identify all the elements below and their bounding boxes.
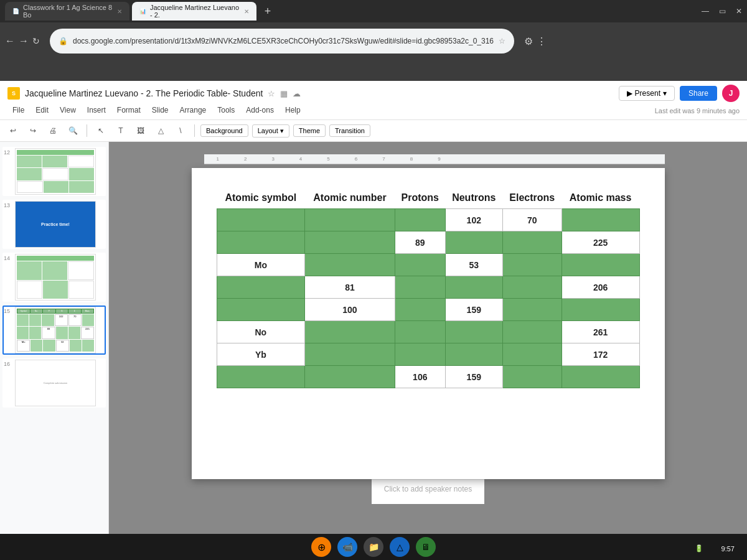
background-btn[interactable]: Background: [200, 124, 248, 137]
menu-arrange[interactable]: Arrange: [175, 105, 212, 116]
cell-4-symbol[interactable]: [217, 299, 305, 321]
table-row[interactable]: 106159: [217, 366, 639, 388]
cell-7-neutrons[interactable]: 159: [445, 366, 502, 388]
print-btn[interactable]: 🖨: [45, 123, 61, 139]
share-btn[interactable]: Share: [680, 86, 717, 101]
cell-5-electrons[interactable]: [502, 321, 561, 343]
address-bar[interactable]: 🔒 docs.google.com/presentation/d/1t3xM9z…: [50, 29, 514, 54]
taskbar-files[interactable]: 📁: [364, 537, 383, 557]
cell-5-mass[interactable]: 261: [561, 321, 639, 343]
taskbar-drive[interactable]: △: [390, 537, 410, 557]
cell-2-symbol[interactable]: Mo: [217, 254, 305, 276]
menu-format[interactable]: Format: [112, 105, 146, 116]
tab-jacqueline[interactable]: 📊 Jacqueline Martinez Luevano - 2. ✕: [132, 2, 256, 21]
cell-4-mass[interactable]: [561, 299, 639, 321]
drive-btn[interactable]: ▦: [280, 89, 288, 98]
refresh-btn[interactable]: ↻: [32, 36, 40, 46]
cursor-btn[interactable]: ↖: [93, 123, 109, 139]
close-browser-btn[interactable]: ✕: [736, 7, 742, 16]
slide-thumb-13[interactable]: 13 Practice time!: [2, 200, 106, 249]
cell-1-mass[interactable]: 225: [561, 231, 639, 254]
back-btn[interactable]: ←: [5, 35, 15, 47]
forward-btn[interactable]: →: [19, 35, 29, 47]
menu-file[interactable]: File: [7, 105, 29, 116]
menu-slide[interactable]: Slide: [147, 105, 174, 116]
layout-btn[interactable]: Layout ▾: [252, 124, 289, 138]
cell-1-symbol[interactable]: [217, 231, 305, 254]
cell-5-neutrons[interactable]: [445, 321, 502, 343]
tab-classwork[interactable]: 📄 Classwork for 1 Ag Science 8 Bo ✕: [5, 2, 129, 21]
cell-6-electrons[interactable]: [502, 343, 561, 366]
cell-0-neutrons[interactable]: 102: [445, 209, 502, 231]
cloud-btn[interactable]: ☁: [293, 89, 301, 98]
cell-1-electrons[interactable]: [502, 231, 561, 254]
cell-6-symbol[interactable]: Yb: [217, 343, 305, 366]
cell-5-number[interactable]: [305, 321, 395, 343]
cell-3-electrons[interactable]: [502, 276, 561, 299]
cell-1-number[interactable]: [305, 231, 395, 254]
cell-4-number[interactable]: 100: [305, 299, 395, 321]
textbox-btn[interactable]: T: [113, 123, 129, 139]
cell-5-symbol[interactable]: No: [217, 321, 305, 343]
table-row[interactable]: 89225: [217, 231, 639, 254]
table-row[interactable]: Yb172: [217, 343, 639, 366]
tab-close-btn[interactable]: ✕: [117, 8, 122, 15]
cell-2-electrons[interactable]: [502, 254, 561, 276]
redo-btn[interactable]: ↪: [25, 123, 41, 139]
slide-canvas[interactable]: Atomic symbol Atomic number Protons Neut…: [192, 168, 665, 479]
cell-3-neutrons[interactable]: [445, 276, 502, 299]
cell-6-number[interactable]: [305, 343, 395, 366]
table-row[interactable]: 10270: [217, 209, 639, 231]
cell-2-mass[interactable]: [561, 254, 639, 276]
cell-3-protons[interactable]: [395, 276, 445, 299]
cell-7-symbol[interactable]: [217, 366, 305, 388]
image-btn[interactable]: 🖼: [133, 123, 149, 139]
menu-help[interactable]: Help: [280, 105, 306, 116]
tab-close-active-btn[interactable]: ✕: [244, 8, 249, 15]
cell-4-protons[interactable]: [395, 299, 445, 321]
slide-thumb-16[interactable]: 16 Complete submission: [2, 358, 106, 408]
cell-3-mass[interactable]: 206: [561, 276, 639, 299]
cell-7-electrons[interactable]: [502, 366, 561, 388]
shape-btn[interactable]: △: [153, 123, 169, 139]
taskbar-other[interactable]: 🖥: [416, 537, 436, 557]
taskbar-meet[interactable]: 📹: [337, 537, 357, 557]
cell-7-mass[interactable]: [561, 366, 639, 388]
menu-view[interactable]: View: [55, 105, 81, 116]
slide-thumb-14[interactable]: 14: [2, 253, 106, 302]
menu-edit[interactable]: Edit: [31, 105, 54, 116]
slide-thumb-15[interactable]: 15 Symbol No. P N E Mass 10270 89225: [2, 306, 106, 355]
cell-1-protons[interactable]: 89: [395, 231, 445, 254]
cell-0-mass[interactable]: [561, 209, 639, 231]
cell-2-neutrons[interactable]: 53: [445, 254, 502, 276]
cell-6-mass[interactable]: 172: [561, 343, 639, 366]
notes-area[interactable]: Click to add speaker notes: [372, 479, 484, 504]
extensions-btn[interactable]: ⚙: [524, 35, 533, 47]
menu-addons[interactable]: Add-ons: [241, 105, 279, 116]
cell-3-symbol[interactable]: [217, 276, 305, 299]
menu-insert[interactable]: Insert: [82, 105, 111, 116]
new-tab-btn[interactable]: +: [259, 2, 276, 20]
cell-0-protons[interactable]: [395, 209, 445, 231]
undo-btn[interactable]: ↩: [5, 123, 21, 139]
cell-5-protons[interactable]: [395, 321, 445, 343]
cell-4-neutrons[interactable]: 159: [445, 299, 502, 321]
cell-6-neutrons[interactable]: [445, 343, 502, 366]
cell-0-electrons[interactable]: 70: [502, 209, 561, 231]
cell-3-number[interactable]: 81: [305, 276, 395, 299]
avatar[interactable]: J: [722, 85, 740, 102]
menu-tools[interactable]: Tools: [212, 105, 240, 116]
table-row[interactable]: No261: [217, 321, 639, 343]
cell-0-number[interactable]: [305, 209, 395, 231]
slide-thumb-12[interactable]: 12: [2, 147, 106, 196]
theme-btn[interactable]: Theme: [293, 124, 326, 137]
cell-7-number[interactable]: [305, 366, 395, 388]
cell-6-protons[interactable]: [395, 343, 445, 366]
taskbar-chrome[interactable]: ⊕: [311, 537, 331, 557]
cell-1-neutrons[interactable]: [445, 231, 502, 254]
more-options-btn[interactable]: ⋮: [537, 35, 547, 47]
star-btn[interactable]: ☆: [268, 89, 275, 98]
cell-4-electrons[interactable]: [502, 299, 561, 321]
table-row[interactable]: Mo53: [217, 254, 639, 276]
maximize-btn[interactable]: ▭: [719, 7, 726, 16]
